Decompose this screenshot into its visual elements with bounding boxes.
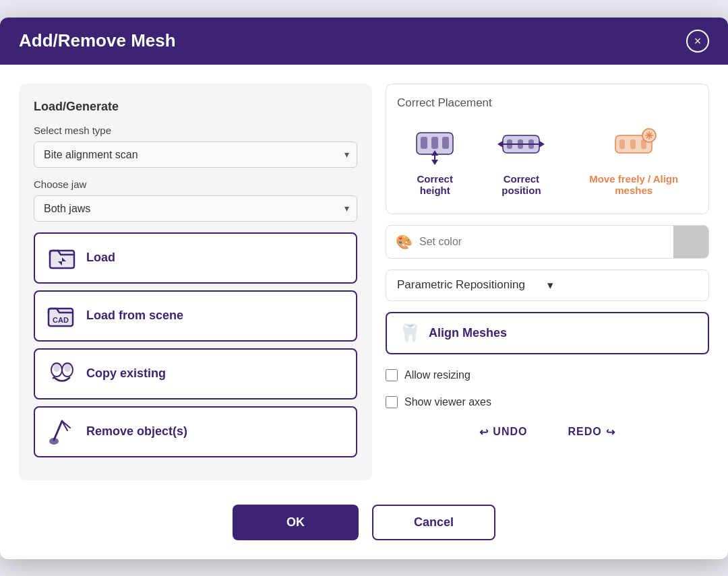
ok-button[interactable]: OK bbox=[233, 505, 359, 540]
close-button[interactable]: × bbox=[686, 30, 709, 53]
correct-position-label: Correct position bbox=[487, 173, 555, 196]
parametric-label: Parametric Repositioning bbox=[397, 278, 547, 292]
remove-objects-button[interactable]: Remove object(s) bbox=[34, 406, 357, 457]
correct-height-icon bbox=[411, 126, 458, 166]
load-icon bbox=[47, 243, 77, 273]
dropdown-arrow-icon: ▾ bbox=[547, 278, 698, 292]
load-label: Load bbox=[86, 251, 115, 265]
jaw-wrapper: Both jaws Upper jaw Lower jaw ▾ bbox=[34, 195, 357, 222]
svg-rect-16 bbox=[431, 137, 438, 149]
correct-height-option[interactable]: Correct height bbox=[397, 121, 473, 201]
jaw-select[interactable]: Both jaws Upper jaw Lower jaw bbox=[34, 195, 357, 222]
dialog-body: Load/Generate Select mesh type Bite alig… bbox=[0, 65, 728, 494]
undo-button[interactable]: ↩ UNDO bbox=[479, 426, 527, 439]
svg-marker-19 bbox=[431, 160, 438, 165]
svg-marker-26 bbox=[497, 141, 503, 148]
color-swatch[interactable] bbox=[673, 226, 708, 258]
align-icon: 🦷 bbox=[399, 323, 421, 344]
svg-line-10 bbox=[54, 421, 62, 440]
color-input[interactable] bbox=[419, 236, 664, 248]
right-panel: Correct Placement bbox=[386, 84, 709, 480]
broom-icon bbox=[47, 417, 77, 447]
load-button[interactable]: Load bbox=[34, 232, 357, 284]
dialog-footer: OK Cancel bbox=[0, 494, 728, 559]
svg-point-11 bbox=[49, 438, 59, 445]
load-scene-icon: CAD bbox=[47, 301, 77, 331]
mesh-type-label: Select mesh type bbox=[34, 125, 357, 136]
move-freely-label: Move freely / Align meshes bbox=[578, 173, 690, 196]
placement-title: Correct Placement bbox=[397, 96, 698, 110]
placement-card: Correct Placement bbox=[386, 84, 709, 214]
cancel-button[interactable]: Cancel bbox=[372, 505, 495, 540]
color-input-area: 🎨 bbox=[386, 227, 673, 257]
copy-existing-button[interactable]: Copy existing bbox=[34, 348, 357, 399]
undo-label: UNDO bbox=[493, 426, 527, 438]
svg-rect-15 bbox=[421, 137, 427, 149]
placement-options: Correct height bbox=[397, 121, 698, 201]
dialog-header: Add/Remove Mesh × bbox=[0, 18, 728, 65]
show-viewer-axes-row: Show viewer axes bbox=[386, 396, 709, 408]
mesh-type-select[interactable]: Bite alignment scan Upper jaw scan Lower… bbox=[34, 141, 357, 168]
align-meshes-button[interactable]: 🦷 Align Meshes bbox=[386, 312, 709, 354]
svg-marker-27 bbox=[539, 141, 545, 148]
move-freely-option[interactable]: Move freely / Align meshes bbox=[570, 121, 698, 201]
correct-height-label: Correct height bbox=[405, 173, 464, 196]
correct-position-option[interactable]: Correct position bbox=[479, 121, 563, 201]
show-viewer-axes-label[interactable]: Show viewer axes bbox=[404, 396, 491, 408]
allow-resizing-label[interactable]: Allow resizing bbox=[404, 369, 471, 381]
undo-redo-row: ↩ UNDO REDO ↪ bbox=[386, 426, 709, 439]
redo-icon: ↪ bbox=[606, 426, 615, 439]
remove-objects-label: Remove object(s) bbox=[86, 424, 187, 439]
svg-rect-29 bbox=[619, 139, 625, 149]
align-meshes-label: Align Meshes bbox=[429, 326, 507, 340]
load-from-scene-button[interactable]: CAD Load from scene bbox=[34, 290, 357, 342]
svg-text:CAD: CAD bbox=[53, 316, 69, 324]
color-row: 🎨 bbox=[386, 225, 709, 259]
jaw-label: Choose jaw bbox=[34, 179, 357, 190]
redo-label: REDO bbox=[568, 426, 601, 438]
palette-icon: 🎨 bbox=[396, 234, 413, 250]
left-panel: Load/Generate Select mesh type Bite alig… bbox=[19, 84, 372, 480]
dialog-title: Add/Remove Mesh bbox=[19, 30, 176, 51]
svg-rect-17 bbox=[442, 137, 449, 149]
allow-resizing-checkbox[interactable] bbox=[386, 369, 398, 381]
show-viewer-axes-checkbox[interactable] bbox=[386, 396, 398, 408]
parametric-repositioning-dropdown[interactable]: Parametric Repositioning ▾ bbox=[386, 269, 709, 301]
mesh-type-wrapper: Bite alignment scan Upper jaw scan Lower… bbox=[34, 141, 357, 168]
left-panel-title: Load/Generate bbox=[34, 100, 357, 114]
load-from-scene-label: Load from scene bbox=[86, 309, 183, 323]
redo-button[interactable]: REDO ↪ bbox=[568, 426, 615, 439]
svg-point-7 bbox=[53, 364, 60, 372]
correct-position-icon bbox=[497, 126, 545, 166]
svg-point-9 bbox=[64, 364, 71, 372]
add-remove-mesh-dialog: Add/Remove Mesh × Load/Generate Select m… bbox=[0, 18, 728, 559]
copy-icon bbox=[47, 359, 77, 389]
copy-existing-label: Copy existing bbox=[86, 366, 166, 381]
undo-icon: ↩ bbox=[479, 426, 489, 439]
allow-resizing-row: Allow resizing bbox=[386, 369, 709, 381]
move-freely-icon bbox=[610, 126, 657, 166]
svg-rect-30 bbox=[630, 139, 636, 149]
